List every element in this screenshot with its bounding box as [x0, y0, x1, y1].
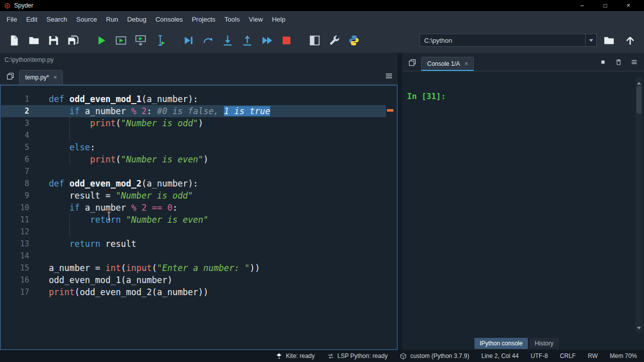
readwrite-status-label: RW: [588, 352, 598, 359]
working-directory-combo[interactable]: C:\python: [420, 34, 597, 47]
continue-button[interactable]: [258, 31, 276, 50]
chevron-down-icon[interactable]: [585, 34, 596, 46]
code-token: print: [49, 287, 74, 297]
line-number[interactable]: 15: [1, 262, 29, 274]
scrollbar-thumb[interactable]: [636, 85, 641, 114]
code-line[interactable]: 1def odd_even_mod_1(a_number):: [1, 93, 386, 105]
run-file-button[interactable]: [92, 31, 110, 50]
run-cell-button[interactable]: [112, 31, 130, 50]
parent-directory-button[interactable]: [621, 31, 639, 50]
maximize-pane-button[interactable]: [305, 31, 324, 50]
menu-source[interactable]: Source: [72, 11, 102, 28]
continue-icon: [261, 34, 273, 47]
line-number[interactable]: 13: [1, 238, 29, 250]
code-line[interactable]: 5 else:: [1, 141, 386, 153]
remove-console-button[interactable]: [615, 58, 622, 66]
console-tab[interactable]: Console 1/A ×: [421, 57, 474, 71]
lsp-status[interactable]: LSP Python: ready: [327, 352, 388, 360]
save-all-button[interactable]: [64, 31, 82, 50]
code-line[interactable]: 10 if a_number % 2 == 0:: [1, 202, 386, 214]
line-number[interactable]: 6: [1, 153, 29, 165]
code-line[interactable]: 8def odd_even_mod_2(a_number):: [1, 177, 386, 190]
step-over-button[interactable]: [199, 31, 217, 50]
menu-view[interactable]: View: [244, 11, 267, 28]
menu-help[interactable]: Help: [267, 11, 290, 28]
new-file-button[interactable]: [5, 31, 23, 50]
menu-file[interactable]: File: [2, 11, 22, 28]
code-line[interactable]: 14: [1, 250, 386, 262]
run-selection-button[interactable]: [151, 31, 169, 50]
interpreter-status[interactable]: custom (Python 3.7.9): [399, 352, 469, 360]
line-number[interactable]: 17: [1, 286, 29, 298]
line-number[interactable]: 10: [1, 202, 29, 214]
code-line[interactable]: 12: [1, 226, 386, 238]
menu-debug[interactable]: Debug: [123, 11, 151, 28]
menubar: FileEditSearchSourceRunDebugConsolesProj…: [0, 11, 644, 28]
close-tab-icon[interactable]: ×: [53, 74, 57, 81]
editor-options-button[interactable]: [384, 71, 393, 80]
browse-working-directory-button[interactable]: [600, 31, 618, 50]
line-number[interactable]: 12: [1, 226, 29, 238]
interrupt-kernel-button[interactable]: [599, 58, 607, 66]
code-line[interactable]: 4: [1, 129, 386, 141]
stop-button[interactable]: [277, 31, 295, 50]
minimize-button[interactable]: –: [571, 2, 594, 9]
line-number[interactable]: 11: [1, 214, 29, 226]
save-button[interactable]: [44, 31, 62, 50]
code-line[interactable]: 15a_number = int(input("Enter a number: …: [1, 262, 386, 274]
line-number[interactable]: 16: [1, 274, 29, 286]
close-button[interactable]: ×: [617, 2, 640, 9]
browse-tabs-button[interactable]: [4, 70, 16, 82]
open-file-button[interactable]: [25, 31, 43, 50]
ipython-console[interactable]: In [31]:: [402, 71, 644, 337]
line-number[interactable]: 2: [1, 105, 29, 117]
scrollbar-track[interactable]: [635, 84, 642, 326]
pane-tab-history[interactable]: History: [530, 338, 558, 349]
debug-file-button[interactable]: [179, 31, 197, 50]
scroll-up-icon[interactable]: [635, 77, 642, 84]
code-line[interactable]: 16odd_even_mod_1(a_number): [1, 274, 386, 286]
editor-tab-bar: temp.py* ×: [0, 66, 397, 85]
step-into-button[interactable]: [218, 31, 236, 50]
code-line[interactable]: 17print(odd_even_mod_2(a_number)): [1, 286, 386, 298]
menu-edit[interactable]: Edit: [22, 11, 42, 28]
code-line[interactable]: 3 print("Number is odd"): [1, 117, 386, 129]
line-number[interactable]: 1: [1, 93, 29, 105]
menu-search[interactable]: Search: [42, 11, 71, 28]
line-number[interactable]: 4: [1, 129, 29, 141]
code-line[interactable]: 6 print("Number is even"): [1, 153, 386, 165]
code-line[interactable]: 13 return result: [1, 238, 386, 250]
code-editor[interactable]: 1def odd_even_mod_1(a_number):2 if a_num…: [0, 85, 397, 350]
console-options-button[interactable]: [630, 58, 638, 66]
scroll-down-icon[interactable]: [635, 326, 642, 333]
editor-pane: C:\python\temp.py temp.py* × 1def odd_ev…: [0, 53, 397, 350]
code-line[interactable]: 2 if a_number % 2: #0 is false, 1 is tru…: [1, 105, 386, 117]
kite-status[interactable]: Kite: ready: [275, 352, 314, 360]
code-line[interactable]: 11 return "Number is even": [1, 214, 386, 226]
editor-tab-temp-py[interactable]: temp.py* ×: [19, 70, 63, 84]
menu-projects[interactable]: Projects: [187, 11, 220, 28]
line-number[interactable]: 8: [1, 177, 29, 190]
step-out-button[interactable]: [238, 31, 256, 50]
menu-run[interactable]: Run: [102, 11, 123, 28]
line-number[interactable]: 7: [1, 165, 29, 177]
line-number[interactable]: 9: [1, 190, 29, 202]
working-directory-value[interactable]: C:\python: [420, 37, 585, 44]
code-text: def odd_even_mod_1(a_number):: [48, 93, 386, 105]
menu-tools[interactable]: Tools: [220, 11, 244, 28]
preferences-button[interactable]: [325, 31, 343, 50]
close-console-tab-icon[interactable]: ×: [464, 60, 468, 67]
console-browse-tabs-button[interactable]: [406, 56, 418, 68]
pythonpath-button[interactable]: [345, 31, 363, 50]
console-scrollbar[interactable]: [635, 77, 642, 333]
code-line[interactable]: 7: [1, 165, 386, 177]
maximize-button[interactable]: □: [594, 2, 617, 9]
code-line[interactable]: 9 result = "Number is odd": [1, 190, 386, 202]
menu-consoles[interactable]: Consoles: [151, 11, 187, 28]
run-cell-advance-button[interactable]: [131, 31, 149, 50]
pane-tab-ipython-console[interactable]: IPython console: [474, 338, 527, 349]
pane-splitter[interactable]: [397, 53, 402, 350]
line-number[interactable]: 3: [1, 117, 29, 129]
line-number[interactable]: 5: [1, 141, 29, 153]
line-number[interactable]: 14: [1, 250, 29, 262]
